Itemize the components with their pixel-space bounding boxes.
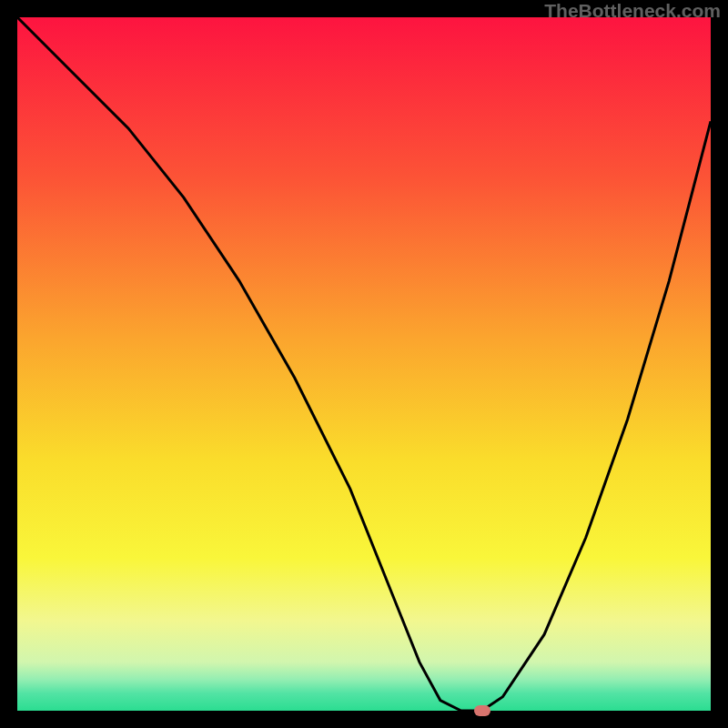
heat-gradient-background [17, 17, 711, 711]
plot-area [17, 17, 711, 711]
svg-rect-0 [17, 17, 711, 711]
chart-frame: TheBottleneck.com [0, 0, 728, 728]
attribution-watermark: TheBottleneck.com [544, 0, 721, 22]
